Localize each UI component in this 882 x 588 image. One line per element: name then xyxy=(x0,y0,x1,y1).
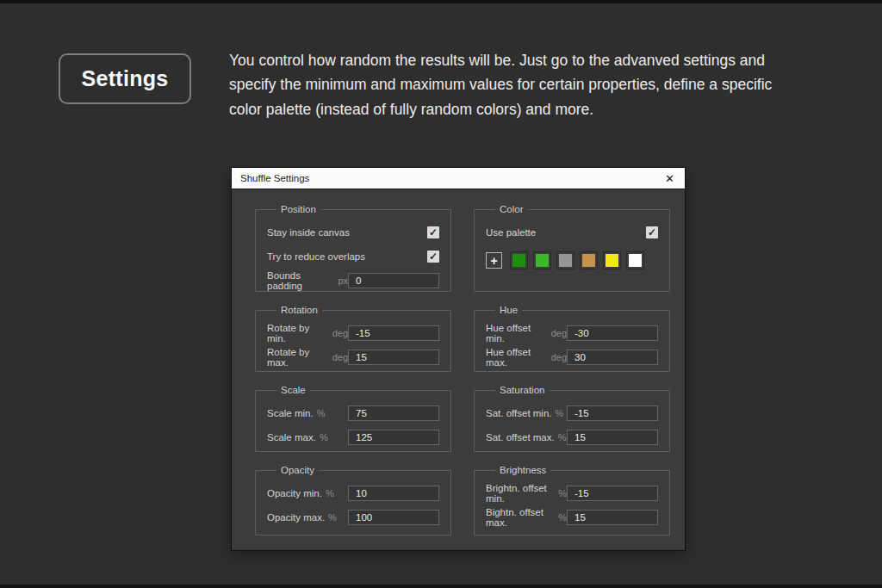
brightness-min-label: Brightn. offset min. xyxy=(486,483,555,504)
scale-max-unit: % xyxy=(320,432,328,443)
opacity-min-unit: % xyxy=(326,488,334,498)
opacity-max-input[interactable] xyxy=(348,510,439,525)
rotate-max-unit: deg xyxy=(332,352,348,362)
hue-min-unit: deg xyxy=(551,328,567,338)
top-border-strip xyxy=(0,0,882,3)
section-color-title: Color xyxy=(495,204,527,214)
intro-paragraph: You control how random the results will … xyxy=(229,48,808,121)
palette-swatch[interactable] xyxy=(626,251,644,269)
bottom-border-strip xyxy=(0,585,882,588)
brightness-max-unit: % xyxy=(558,512,567,523)
section-brightness-title: Brightness xyxy=(495,465,550,475)
rotate-min-unit: deg xyxy=(332,328,348,338)
palette-row: + xyxy=(486,251,658,269)
section-saturation-title: Saturation xyxy=(495,385,549,395)
row-scale-min: Scale min. % xyxy=(267,405,439,421)
scale-max-label: Scale max. xyxy=(267,432,316,443)
rotate-min-input[interactable] xyxy=(348,325,439,341)
section-opacity-title: Opacity xyxy=(276,465,319,475)
settings-badge-label: Settings xyxy=(81,66,168,91)
hue-max-input[interactable] xyxy=(567,350,658,365)
section-scale-title: Scale xyxy=(276,385,310,395)
reduce-overlaps-checkbox[interactable]: ✓ xyxy=(427,251,439,263)
row-rotate-max: Rotate by max. deg xyxy=(267,349,439,365)
hue-max-unit: deg xyxy=(551,352,567,362)
section-opacity: Opacity Opacity min. % Opacity max. % xyxy=(255,465,451,535)
section-color: Color Use palette ✓ + xyxy=(474,204,670,292)
settings-badge: Settings xyxy=(59,53,191,104)
stay-inside-canvas-label: Stay inside canvas xyxy=(267,227,350,238)
section-hue-title: Hue xyxy=(495,305,522,315)
row-brightness-min: Brightn. offset min. % xyxy=(486,485,658,501)
rotate-min-label: Rotate by min. xyxy=(267,323,329,344)
opacity-max-label: Opacity max. xyxy=(267,512,325,523)
use-palette-label: Use palette xyxy=(486,227,536,238)
add-swatch-button[interactable]: + xyxy=(486,252,502,269)
row-stay-inside-canvas: Stay inside canvas ✓ xyxy=(267,224,439,240)
section-rotation: Rotation Rotate by min. deg Rotate by ma… xyxy=(255,305,451,372)
dialog-titlebar: Shuffle Settings ✕ xyxy=(232,168,685,189)
close-icon[interactable]: ✕ xyxy=(663,173,676,184)
section-saturation: Saturation Sat. offset min. % Sat. offse… xyxy=(474,385,670,452)
section-brightness: Brightness Brightn. offset min. % Bightn… xyxy=(474,465,670,535)
section-hue: Hue Hue offset min. deg Hue offset max. … xyxy=(474,305,670,372)
shuffle-settings-dialog: Shuffle Settings ✕ Position Stay inside … xyxy=(231,167,686,551)
sat-min-input[interactable] xyxy=(567,405,658,421)
check-icon: ✓ xyxy=(429,251,438,262)
row-sat-min: Sat. offset min. % xyxy=(486,405,658,421)
use-palette-checkbox[interactable]: ✓ xyxy=(646,226,658,238)
sat-min-unit: % xyxy=(556,408,564,418)
check-icon: ✓ xyxy=(429,227,438,238)
row-scale-max: Scale max. % xyxy=(267,429,439,445)
brightness-max-label: Bightn. offset max. xyxy=(486,507,555,528)
check-icon: ✓ xyxy=(648,227,656,238)
palette-swatch[interactable] xyxy=(556,251,575,269)
stay-inside-canvas-checkbox[interactable]: ✓ xyxy=(427,226,439,238)
scale-min-input[interactable] xyxy=(348,405,439,421)
palette-swatch-color xyxy=(512,254,525,267)
scale-max-input[interactable] xyxy=(348,430,439,445)
section-position-title: Position xyxy=(276,204,320,214)
palette-swatch-color xyxy=(536,254,549,267)
section-position: Position Stay inside canvas ✓ Try to red… xyxy=(255,204,451,292)
opacity-max-unit: % xyxy=(328,512,337,523)
section-rotation-title: Rotation xyxy=(276,305,322,315)
row-hue-max: Hue offset max. deg xyxy=(486,349,658,365)
bounds-padding-input[interactable] xyxy=(348,273,439,288)
palette-swatch-color xyxy=(582,254,595,267)
rotate-max-label: Rotate by max. xyxy=(267,347,329,368)
row-opacity-max: Opacity max. % xyxy=(267,509,439,525)
palette-swatch-color xyxy=(629,254,642,267)
sat-max-input[interactable] xyxy=(567,430,658,445)
reduce-overlaps-label: Try to reduce overlaps xyxy=(267,251,365,262)
opacity-min-input[interactable] xyxy=(348,486,439,501)
opacity-min-label: Opacity min. xyxy=(267,488,322,498)
scale-min-unit: % xyxy=(317,408,326,418)
palette-swatch[interactable] xyxy=(580,251,598,269)
brightness-min-unit: % xyxy=(558,488,567,498)
bounds-padding-label: Bounds padding xyxy=(267,270,334,291)
palette-swatch-color xyxy=(606,254,618,267)
row-hue-min: Hue offset min. deg xyxy=(486,325,658,341)
row-sat-max: Sat. offset max. % xyxy=(486,429,658,445)
palette-swatch-color xyxy=(559,254,572,267)
row-brightness-max: Bightn. offset max. % xyxy=(486,509,658,525)
brightness-min-input[interactable] xyxy=(567,486,658,501)
palette-swatch[interactable] xyxy=(510,251,528,269)
hue-min-input[interactable] xyxy=(567,325,658,341)
row-bounds-padding: Bounds padding px xyxy=(267,272,439,288)
sat-max-unit: % xyxy=(558,432,567,443)
palette-swatch[interactable] xyxy=(603,251,621,269)
dialog-body: Position Stay inside canvas ✓ Try to red… xyxy=(232,189,685,535)
row-opacity-min: Opacity min. % xyxy=(267,485,439,501)
sat-max-label: Sat. offset max. xyxy=(486,432,555,443)
scale-min-label: Scale min. xyxy=(267,408,314,418)
palette-swatches xyxy=(510,251,644,269)
section-scale: Scale Scale min. % Scale max. % xyxy=(255,385,451,452)
brightness-max-input[interactable] xyxy=(567,510,658,525)
palette-swatch[interactable] xyxy=(533,251,551,269)
rotate-max-input[interactable] xyxy=(348,350,439,365)
row-reduce-overlaps: Try to reduce overlaps ✓ xyxy=(267,248,439,264)
dialog-title: Shuffle Settings xyxy=(240,173,309,183)
hue-max-label: Hue offset max. xyxy=(486,347,548,368)
